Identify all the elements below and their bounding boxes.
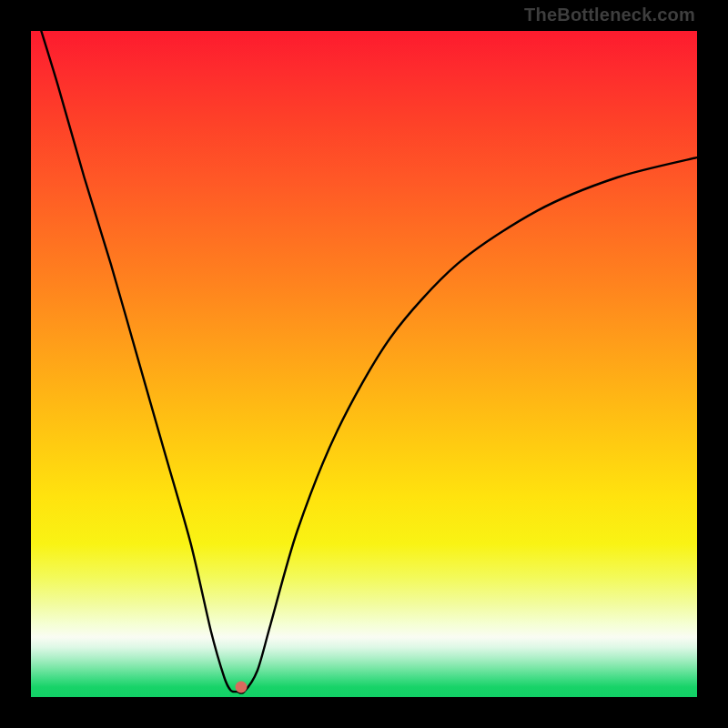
plot-area [31, 31, 697, 697]
curve-path [31, 31, 697, 693]
chart-stage: TheBottleneck.com [0, 0, 728, 728]
watermark-text: TheBottleneck.com [524, 5, 695, 25]
minimum-marker [235, 682, 247, 693]
bottleneck-curve [31, 31, 697, 697]
